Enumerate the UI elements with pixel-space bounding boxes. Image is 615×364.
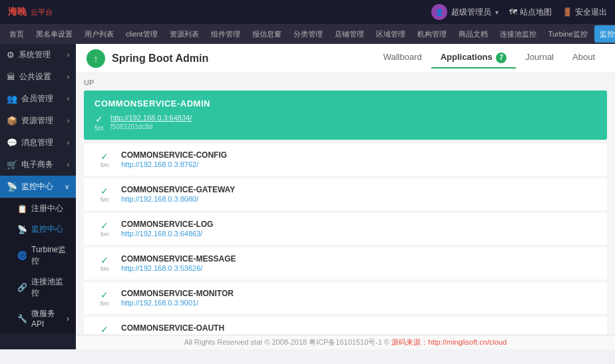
sidebar-item-label-members: 会员管理 (21, 93, 53, 104)
arrow-icon-4: › (67, 117, 69, 124)
main-content: UP COMMONSERVICE-ADMIN ✓ 5m http://192.1… (76, 73, 615, 335)
service-card-5[interactable]: ✓ 5m COMMONSERVICE-OAUTH http://192.168.… (84, 317, 607, 335)
check-icon-5: ✓ (101, 324, 108, 335)
footer-link[interactable]: 源码来源：http://minglisoft.cn/cloud (391, 337, 507, 347)
check-icon-2: ✓ (101, 220, 108, 231)
sba-nav-wallboard[interactable]: Wallboard (374, 48, 431, 69)
sidebar-section-main: ⚙ 系统管理 › 🏛 公共设置 › 👥 会员管理 › 📦 资源管理 › 💬 (0, 44, 76, 198)
service-card-3[interactable]: ✓ 5m COMMONSERVICE-MESSAGE http://192.16… (84, 248, 607, 279)
top-bar: 海晚 云平台 👤 超级管理员 ▾ 🗺 站点地图 🚪 安全退出 (0, 0, 615, 24)
service-time-0: 5m (101, 162, 109, 168)
arrow-icon-5: › (67, 139, 69, 146)
sidebar-sub-microapi[interactable]: 🔧 微服务API › (0, 303, 76, 333)
service-card-2[interactable]: ✓ 5m COMMONSERVICE-LOG http://192.168.0.… (84, 213, 607, 245)
tab-client[interactable]: client管理 (120, 25, 163, 43)
main-layout: ⚙ 系统管理 › 🏛 公共设置 › 👥 会员管理 › 📦 资源管理 › 💬 (0, 44, 615, 349)
sidebar-item-members[interactable]: 👥 会员管理 › (0, 88, 76, 110)
sidebar-item-messages[interactable]: 💬 消息管理 › (0, 132, 76, 154)
sidebar-item-system[interactable]: ⚙ 系统管理 › (0, 44, 76, 66)
service-time-3: 5m (101, 266, 109, 272)
service-url-2[interactable]: http://192.168.0.3:64863/ (121, 230, 202, 238)
footer-text: All Rights Reserved stat © 2008-2018 粤IC… (184, 337, 389, 347)
highlight-links: http://192.168.0.3:64834/ f5083201dc8d (110, 114, 192, 130)
sidebar-sub-section: 📋 注册中心 📡 监控中心 🌀 Turbine监控 🔗 连接池监控 🔧 微服务A… (0, 198, 76, 333)
logout-icon: 🚪 (562, 7, 572, 17)
tab-reports[interactable]: 报信息窗 (247, 25, 287, 43)
members-icon: 👥 (7, 94, 17, 104)
site-map-btn[interactable]: 🗺 站点地图 (509, 7, 552, 18)
pool-icon: 🔗 (17, 283, 27, 292)
service-list: ✓ 5m COMMONSERVICE-CONFIG http://192.168… (84, 144, 607, 335)
turbine-icon: 🌀 (17, 251, 27, 260)
registry-icon: 📋 (17, 204, 27, 214)
sidebar-item-resources[interactable]: 📦 资源管理 › (0, 110, 76, 132)
sba-nav-about[interactable]: About (563, 48, 604, 69)
microapi-icon: 🔧 (17, 314, 27, 323)
sba-title-group: ↑ Spring Boot Admin (87, 49, 208, 68)
admin-info[interactable]: 👤 超级管理员 ▾ (431, 4, 499, 20)
tab-components[interactable]: 组件管理 (206, 25, 246, 43)
tab-users[interactable]: 用户列表 (79, 25, 119, 43)
arrow-icon-6: › (67, 161, 69, 168)
sidebar-sub-pool[interactable]: 🔗 连接池监控 (0, 272, 76, 303)
sidebar-item-label-messages: 消息管理 (21, 137, 53, 148)
tab-turbine[interactable]: Turbine监控 (543, 25, 593, 43)
sidebar-item-label-system: 系统管理 (19, 49, 51, 61)
sidebar-sub-label-pool: 连接池监控 (31, 276, 69, 299)
sidebar-item-label-ecommerce: 电子商务 (21, 159, 53, 170)
sidebar-item-label-resources: 资源管理 (21, 115, 53, 126)
tab-monitor-center[interactable]: 监控中心 🔒 (594, 25, 615, 43)
sidebar-item-monitor[interactable]: 📡 监控中心 ∨ (0, 176, 76, 198)
tab-categories[interactable]: 分类管理 (288, 25, 328, 43)
tab-pool-monitor[interactable]: 连接池监控 (495, 25, 542, 43)
sidebar-sub-monitor[interactable]: 📡 监控中心 (0, 219, 76, 240)
highlight-status-group: ✓ 5m (95, 114, 104, 132)
avatar: 👤 (431, 4, 447, 20)
service-card-0[interactable]: ✓ 5m COMMONSERVICE-CONFIG http://192.168… (84, 144, 607, 176)
tab-regions[interactable]: 区域管理 (371, 25, 411, 43)
service-url-4[interactable]: http://192.168.0.3:9001/ (121, 299, 198, 307)
service-card-1[interactable]: ✓ 5m COMMONSERVICE-GATEWAY http://192.16… (84, 178, 607, 210)
highlight-id: f5083201dc8d (110, 123, 192, 130)
service-time-2: 5m (101, 231, 109, 238)
logout-btn[interactable]: 🚪 安全退出 (562, 7, 607, 18)
tab-home[interactable]: 首页 (4, 25, 29, 43)
service-info-0: COMMONSERVICE-CONFIG http://192.168.0.3:… (121, 150, 596, 169)
content-area: ↑ Spring Boot Admin Wallboard Applicatio… (76, 44, 615, 349)
service-name-4: COMMONSERVICE-MONITOR (121, 289, 596, 298)
sba-header: ↑ Spring Boot Admin Wallboard Applicatio… (76, 44, 615, 73)
service-name-1: COMMONSERVICE-GATEWAY (121, 185, 596, 194)
sidebar-sub-turbine[interactable]: 🌀 Turbine监控 (0, 240, 76, 272)
highlight-service-instance: ✓ 5m http://192.168.0.3:64834/ f5083201d… (95, 114, 596, 132)
sidebar-item-ecommerce[interactable]: 🛒 电子商务 › (0, 154, 76, 176)
service-url-0[interactable]: http://192.168.0.3:8762/ (121, 160, 198, 168)
applications-badge: 7 (496, 53, 507, 63)
tab-goods-docs[interactable]: 商品文档 (453, 25, 493, 43)
sidebar-sub-registry[interactable]: 📋 注册中心 (0, 198, 76, 219)
service-name-0: COMMONSERVICE-CONFIG (121, 150, 596, 160)
monitor-icon: 📡 (7, 182, 17, 192)
arrow-icon-2: › (67, 73, 69, 81)
tab-orgs[interactable]: 机构管理 (412, 25, 452, 43)
arrow-icon-3: › (67, 95, 69, 102)
sidebar-item-public[interactable]: 🏛 公共设置 › (0, 66, 76, 88)
highlight-service-card[interactable]: COMMONSERVICE-ADMIN ✓ 5m http://192.168.… (84, 91, 607, 140)
sba-nav-applications[interactable]: Applications 7 (431, 48, 516, 69)
sidebar-item-label-monitor: 监控中心 (21, 181, 53, 192)
arrow-icon-8: › (67, 314, 69, 323)
service-url-3[interactable]: http://192.168.0.3:53626/ (121, 264, 202, 272)
service-url-1[interactable]: http://192.168.0.3:8080/ (121, 195, 198, 203)
sidebar: ⚙ 系统管理 › 🏛 公共设置 › 👥 会员管理 › 📦 资源管理 › 💬 (0, 44, 76, 349)
tab-shops[interactable]: 店铺管理 (329, 25, 369, 43)
service-card-4[interactable]: ✓ 5m COMMONSERVICE-MONITOR http://192.16… (84, 282, 607, 314)
messages-icon: 💬 (7, 138, 17, 148)
highlight-url[interactable]: http://192.168.0.3:64834/ (110, 114, 192, 122)
service-info-5: COMMONSERVICE-OAUTH http://192.168.0.3:6… (121, 323, 596, 335)
service-status-5: ✓ 5m (95, 324, 114, 335)
check-icon-0: ✓ (101, 151, 108, 162)
sba-nav-journal[interactable]: Journal (516, 48, 563, 69)
sba-nav: Wallboard Applications 7 Journal About (374, 48, 604, 69)
tab-resources[interactable]: 资源列表 (164, 25, 204, 43)
service-status-2: ✓ 5m (95, 220, 114, 238)
tab-blacklist[interactable]: 黑名单设置 (31, 25, 78, 43)
